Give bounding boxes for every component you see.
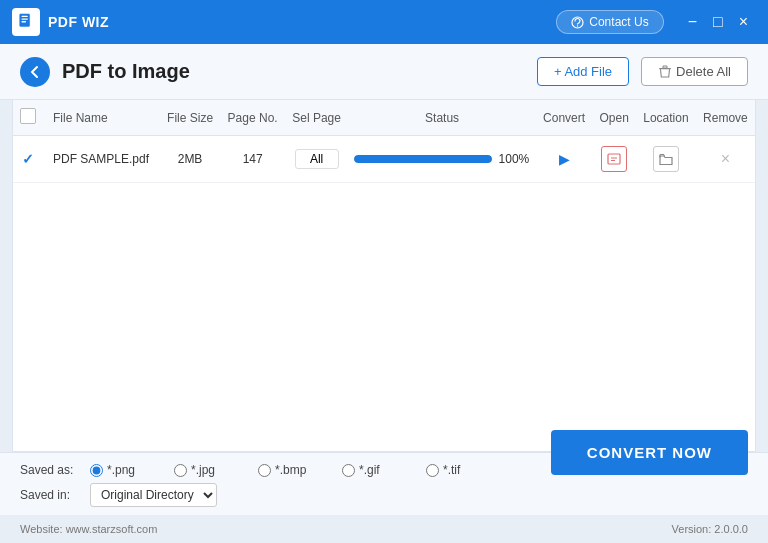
row-remove[interactable]: × [696,136,755,183]
open-file-button[interactable] [601,146,627,172]
add-file-button[interactable]: + Add File [537,57,629,86]
format-tif-radio[interactable] [426,464,439,477]
row-status: 100% [348,136,536,183]
row-filesize: 2MB [160,136,220,183]
format-png[interactable]: *.png [90,463,160,477]
sub-header: PDF to Image + Add File Delete All [0,44,768,100]
col-open: Open [592,100,636,136]
col-status: Status [348,100,536,136]
svg-rect-1 [22,16,28,17]
format-gif-label: *.gif [359,463,380,477]
col-convert: Convert [536,100,592,136]
maximize-button[interactable]: □ [705,10,731,34]
format-tif-label: *.tif [443,463,460,477]
progress-label: 100% [498,152,530,166]
directory-select-wrap[interactable]: Original Directory [90,483,217,507]
format-jpg[interactable]: *.jpg [174,463,244,477]
open-folder-button[interactable] [653,146,679,172]
row-location[interactable] [636,136,696,183]
svg-rect-7 [608,154,620,164]
svg-rect-2 [22,18,28,19]
svg-point-5 [577,25,578,26]
saved-as-label: Saved as: [20,463,90,477]
row-filename: PDF SAMPLE.pdf [43,136,160,183]
progress-container: 100% [354,152,530,166]
progress-bar-bg [354,155,492,163]
table-row: ✓ PDF SAMPLE.pdf 2MB 147 [13,136,755,183]
row-open[interactable] [592,136,636,183]
format-bmp-radio[interactable] [258,464,271,477]
format-tif[interactable]: *.tif [426,463,496,477]
file-table-body: ✓ PDF SAMPLE.pdf 2MB 147 [13,136,755,183]
row-convert[interactable]: ▶ [536,136,592,183]
table-header: File Name File Size Page No. Sel Page St… [13,100,755,136]
contact-us-button[interactable]: Contact Us [556,10,663,34]
delete-all-label: Delete All [676,64,731,79]
sel-page-input[interactable] [295,149,339,169]
format-gif-radio[interactable] [342,464,355,477]
row-checked-icon: ✓ [22,151,34,167]
saved-in-row: Saved in: Original Directory [20,483,748,507]
select-all-header[interactable] [13,100,43,136]
col-pageno: Page No. [220,100,285,136]
footer: Website: www.starzsoft.com Version: 2.0.… [0,515,768,543]
format-jpg-label: *.jpg [191,463,215,477]
col-selpage: Sel Page [285,100,348,136]
col-location: Location [636,100,696,136]
col-filename: File Name [43,100,160,136]
row-pageno: 147 [220,136,285,183]
file-table: File Name File Size Page No. Sel Page St… [13,100,755,183]
format-png-radio[interactable] [90,464,103,477]
svg-rect-3 [22,21,27,22]
close-button[interactable]: × [731,10,756,34]
remove-button[interactable]: × [717,150,734,167]
row-selpage[interactable] [285,136,348,183]
format-jpg-radio[interactable] [174,464,187,477]
app-title: PDF WIZ [48,14,556,30]
app-logo [12,8,40,36]
footer-website: Website: www.starzsoft.com [20,523,157,535]
format-bmp-label: *.bmp [275,463,306,477]
main-content: File Name File Size Page No. Sel Page St… [12,100,756,452]
convert-now-button[interactable]: CONVERT NOW [551,430,748,475]
directory-select[interactable]: Original Directory [91,484,216,506]
col-remove: Remove [696,100,755,136]
minimize-button[interactable]: − [680,10,705,34]
row-checkbox-cell[interactable]: ✓ [13,136,43,183]
format-png-label: *.png [107,463,135,477]
page-title: PDF to Image [62,60,537,83]
title-bar: PDF WIZ Contact Us − □ × [0,0,768,44]
progress-bar-fill [354,155,492,163]
back-button[interactable] [20,57,50,87]
format-bmp[interactable]: *.bmp [258,463,328,477]
format-gif[interactable]: *.gif [342,463,412,477]
footer-version: Version: 2.0.0.0 [672,523,748,535]
play-button[interactable]: ▶ [559,151,570,167]
format-radio-group: *.png *.jpg *.bmp *.gif *.tif [90,463,496,477]
saved-in-label: Saved in: [20,488,90,502]
select-all-checkbox[interactable] [20,108,36,124]
content-wrapper: File Name File Size Page No. Sel Page St… [0,100,768,515]
delete-all-button[interactable]: Delete All [641,57,748,86]
col-filesize: File Size [160,100,220,136]
contact-us-label: Contact Us [589,15,648,29]
add-file-label: + Add File [554,64,612,79]
